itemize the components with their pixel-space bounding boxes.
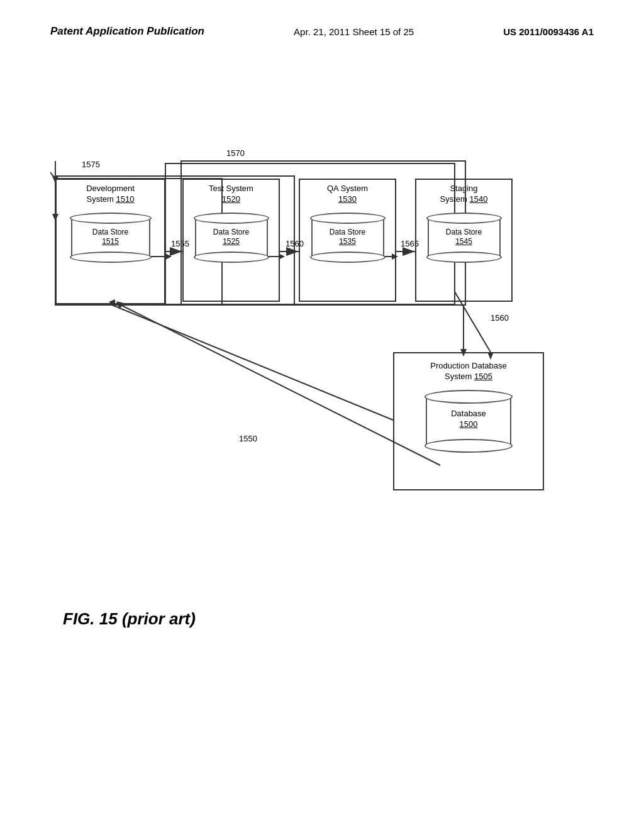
svg-marker-3: [165, 253, 172, 260]
page-header: Patent Application Publication Apr. 21, …: [0, 25, 644, 38]
bracket-1575-label: 1575: [82, 160, 100, 169]
diagram-area: 1575 1570 Development System 1510 Data S…: [50, 151, 594, 641]
production-system-box: Production Database System 1505 Database…: [393, 352, 544, 490]
bracket-1570-label: 1570: [226, 148, 245, 158]
test-title: Test System 1520: [184, 184, 279, 205]
staging-system-box: Staging System 1540 Data Store 1545: [415, 179, 513, 302]
staging-title: Staging System 1540: [416, 184, 511, 205]
qa-store-label: Data Store 1535: [310, 228, 386, 247]
qa-system-box: QA System 1530 Data Store 1535: [299, 179, 396, 302]
arrow-1550-label: 1550: [239, 434, 257, 443]
sheet-info: Apr. 21, 2011 Sheet 15 of 25: [294, 26, 414, 37]
production-db-label: Database 1500: [425, 409, 513, 430]
arrow-right-1560-label: 1560: [491, 313, 509, 323]
dev-store-label: Data Store 1515: [70, 228, 152, 247]
patent-number: US 2011/0093436 A1: [503, 26, 594, 37]
figure-caption: FIG. 15 (prior art): [63, 609, 196, 629]
dev-system-box: Development System 1510 Data Store 1515: [55, 179, 165, 304]
test-system-box: Test System 1520 Data Store 1525: [182, 179, 280, 302]
staging-store-label: Data Store 1545: [426, 228, 502, 247]
publication-title: Patent Application Publication: [50, 25, 204, 38]
production-title: Production Database System 1505: [399, 361, 538, 382]
qa-title: QA System 1530: [300, 184, 395, 205]
svg-line-12: [119, 304, 440, 465]
test-store-label: Data Store 1525: [194, 228, 269, 247]
dev-title: Development System 1510: [57, 184, 164, 205]
